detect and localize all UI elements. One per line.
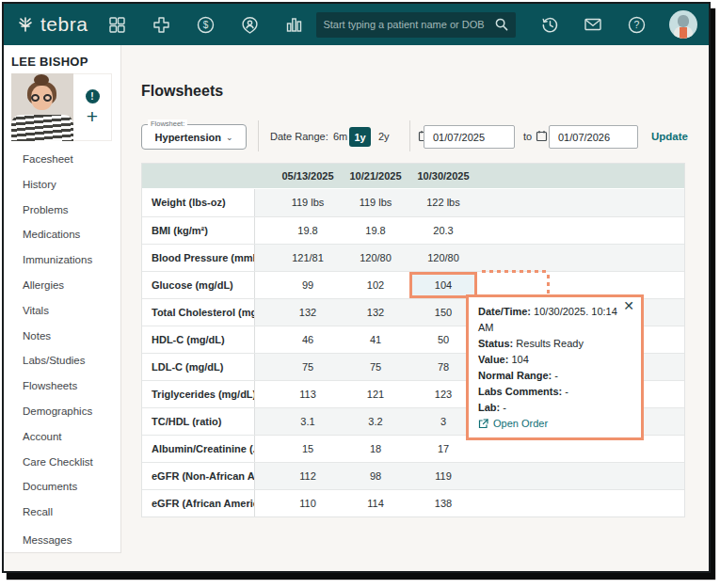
sidebar-item-problems[interactable]: Problems xyxy=(4,198,120,223)
table-cell[interactable]: 113 xyxy=(274,381,342,407)
user-avatar[interactable] xyxy=(669,10,697,39)
tooltip-field-label: Normal Range: xyxy=(478,370,552,381)
date-to-label: to xyxy=(523,131,532,142)
table-cell[interactable]: 121 xyxy=(342,381,409,407)
patient-menu: Facesheet History Problems Medications I… xyxy=(4,147,120,553)
table-cell[interactable]: 102 xyxy=(342,272,409,298)
billing-dollar-icon[interactable]: $ xyxy=(195,14,216,35)
chevron-down-icon: ⌄ xyxy=(226,133,233,142)
tooltip-field-label: Status: xyxy=(478,338,513,349)
search-icon[interactable] xyxy=(494,17,509,32)
controls-divider xyxy=(258,120,259,151)
table-row: Weight (lbs-oz) 119 lbs 119 lbs 122 lbs xyxy=(142,189,684,216)
sidebar-item-labs-studies[interactable]: Labs/Studies xyxy=(4,348,120,373)
table-cell[interactable]: 98 xyxy=(342,463,409,489)
table-row: eGFR (African Americ... 110 114 138 xyxy=(142,489,684,516)
top-navigation-bar: tebra $ xyxy=(4,4,709,45)
update-button[interactable]: Update xyxy=(651,131,688,142)
tooltip-field-value: Results Ready xyxy=(516,338,584,349)
patient-search-input[interactable] xyxy=(323,19,494,30)
medical-cross-icon[interactable] xyxy=(151,14,171,35)
svg-text:?: ? xyxy=(633,19,639,30)
table-cell[interactable]: 120/80 xyxy=(409,245,477,271)
table-cell[interactable]: 112 xyxy=(274,463,342,489)
sidebar-item-medications[interactable]: Medications xyxy=(4,222,120,247)
table-cell[interactable]: 119 xyxy=(409,463,477,489)
table-cell[interactable]: 19.8 xyxy=(274,217,342,244)
table-cell[interactable]: 99 xyxy=(274,272,342,298)
help-icon[interactable]: ? xyxy=(626,14,647,35)
table-cell[interactable]: 3.1 xyxy=(274,408,342,435)
table-cell[interactable]: 15 xyxy=(274,436,342,462)
date-to-input[interactable] xyxy=(549,125,638,149)
external-link-icon xyxy=(478,419,488,429)
row-label: Glucose (mg/dL) xyxy=(142,272,255,298)
sidebar-item-allergies[interactable]: Allergies xyxy=(4,273,120,298)
patient-alert-icon[interactable]: ! xyxy=(86,89,100,103)
sidebar-item-documents[interactable]: Documents xyxy=(4,474,120,500)
table-cell[interactable]: 75 xyxy=(274,354,342,380)
history-icon[interactable] xyxy=(539,14,560,35)
close-icon[interactable]: ✕ xyxy=(623,299,634,312)
sidebar-item-immunizations[interactable]: Immunizations xyxy=(4,247,120,273)
row-label: Albumin/Creatinine (... xyxy=(142,436,255,462)
table-cell[interactable]: 120/80 xyxy=(342,245,409,271)
reports-chart-icon[interactable] xyxy=(283,14,304,35)
page-title: Flowsheets xyxy=(141,83,223,100)
row-label: BMI (kg/m²) xyxy=(142,217,255,244)
table-cell[interactable]: 138 xyxy=(409,490,477,516)
patient-add-icon[interactable]: + xyxy=(87,108,98,125)
sidebar-item-care-checklist[interactable]: Care Checklist xyxy=(4,450,120,475)
sidebar-item-notes[interactable]: Notes xyxy=(4,324,120,349)
sidebar-item-vitals[interactable]: Vitals xyxy=(4,298,120,324)
table-cell[interactable]: 3.2 xyxy=(342,408,409,435)
date-range-label: Date Range: xyxy=(270,131,328,142)
controls-divider xyxy=(409,120,410,151)
open-order-label: Open Order xyxy=(493,418,548,429)
table-cell[interactable]: 132 xyxy=(274,299,342,326)
patient-search-bar[interactable] xyxy=(316,12,516,38)
table-cell[interactable]: 119 lbs xyxy=(342,189,409,216)
table-cell[interactable]: 119 lbs xyxy=(274,189,342,216)
calendar-icon[interactable] xyxy=(536,130,548,142)
tebra-logo[interactable]: tebra xyxy=(16,13,88,36)
range-2y-button[interactable]: 2y xyxy=(378,131,390,142)
row-label: Blood Pressure (mmHg) xyxy=(142,245,255,271)
table-cell[interactable]: 75 xyxy=(342,354,409,380)
tooltip-field-value: 104 xyxy=(511,354,528,365)
sidebar-item-messages[interactable]: Messages xyxy=(4,528,120,553)
table-cell[interactable]: 18 xyxy=(342,436,409,462)
row-label: HDL-C (mg/dL) xyxy=(142,326,255,353)
table-cell[interactable]: 19.8 xyxy=(342,217,409,244)
flowsheet-dropdown[interactable]: Flowsheet: Hypertension ⌄ xyxy=(141,124,247,150)
sidebar-item-account[interactable]: Account xyxy=(4,424,120,450)
tooltip-field-label: Lab: xyxy=(478,402,500,413)
sidebar-item-recall[interactable]: Recall xyxy=(4,500,120,525)
row-label: eGFR (African Americ... xyxy=(142,490,255,516)
apps-grid-icon[interactable] xyxy=(106,14,127,35)
range-1y-button[interactable]: 1y xyxy=(349,127,371,147)
open-order-link[interactable]: Open Order xyxy=(478,418,632,429)
tooltip-connector-vertical xyxy=(547,275,550,296)
date-from-input[interactable] xyxy=(424,125,515,149)
mail-icon[interactable] xyxy=(583,14,603,35)
sidebar-item-history[interactable]: History xyxy=(4,172,120,198)
patient-name: LEE BISHOP xyxy=(11,55,120,69)
table-header-row: 05/13/2025 10/21/2025 10/30/2025 xyxy=(142,164,684,189)
table-cell[interactable]: 114 xyxy=(342,490,409,516)
patient-pin-icon[interactable] xyxy=(239,14,260,35)
table-cell[interactable]: 20.3 xyxy=(409,217,477,244)
table-cell[interactable]: 132 xyxy=(342,299,409,326)
table-cell[interactable]: 41 xyxy=(342,326,409,353)
range-6m-button[interactable]: 6m xyxy=(333,131,347,142)
table-cell[interactable]: 121/81 xyxy=(274,245,342,271)
table-cell[interactable]: 122 lbs xyxy=(409,189,477,216)
sidebar-item-demographics[interactable]: Demographics xyxy=(4,399,120,424)
table-row: eGFR (Non-African A... 112 98 119 xyxy=(142,462,684,489)
app-window: tebra $ xyxy=(2,2,711,573)
table-cell[interactable]: 110 xyxy=(274,490,342,516)
sidebar-item-flowsheets[interactable]: Flowsheets xyxy=(4,373,120,399)
table-cell[interactable]: 46 xyxy=(274,326,342,353)
sidebar-item-facesheet[interactable]: Facesheet xyxy=(4,147,120,172)
row-label: eGFR (Non-African A... xyxy=(142,463,255,489)
